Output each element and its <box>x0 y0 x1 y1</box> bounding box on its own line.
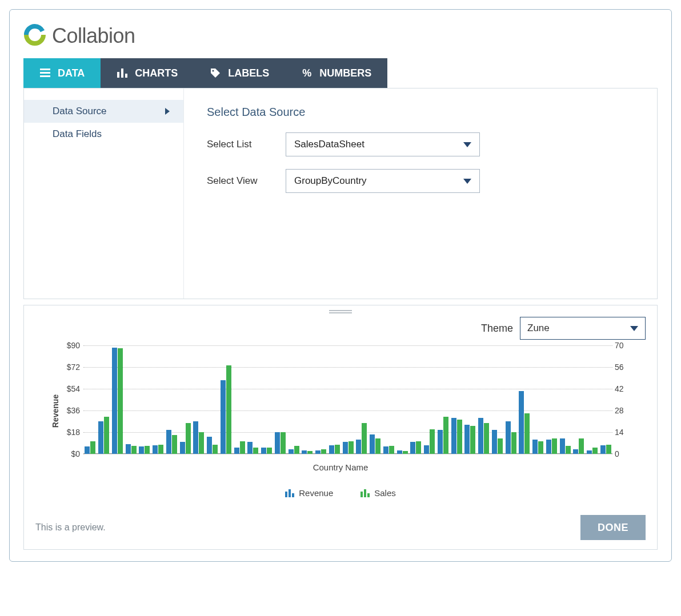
bar-sales <box>375 438 380 454</box>
legend-swatch-icon <box>360 489 370 497</box>
tab-label: DATA <box>58 67 85 79</box>
chart-bar-group <box>368 345 382 454</box>
tab-numbers[interactable]: % NUMBERS <box>285 58 387 88</box>
bar-sales <box>430 429 435 454</box>
sidebar-item-label: Data Fields <box>53 128 102 140</box>
y-tick-right: 0 <box>615 449 638 458</box>
select-view-value: GroupByCountry <box>294 175 367 187</box>
bar-revenue <box>207 437 212 454</box>
legend-label: Sales <box>374 488 396 498</box>
chart-bar-group <box>409 345 423 454</box>
tab-charts[interactable]: CHARTS <box>101 58 194 88</box>
done-button[interactable]: DONE <box>580 515 646 540</box>
bar-sales <box>389 446 394 454</box>
bar-sales <box>443 417 448 454</box>
chart-bar-group <box>138 345 151 454</box>
chart-bar-group <box>165 345 179 454</box>
legend-label: Revenue <box>299 488 333 498</box>
svg-rect-4 <box>40 75 50 77</box>
bar-revenue <box>560 438 565 454</box>
chart-bar-group <box>477 345 491 454</box>
bar-revenue <box>438 430 443 454</box>
bar-sales <box>307 451 313 454</box>
brand-logo-icon <box>23 23 46 48</box>
bar-sales <box>90 441 95 454</box>
bar-sales <box>240 441 245 454</box>
bar-revenue <box>478 418 483 454</box>
bar-revenue <box>410 442 415 454</box>
bar-revenue <box>112 348 117 454</box>
tab-labels[interactable]: LABELS <box>194 58 285 88</box>
tag-icon <box>210 67 221 79</box>
chart-legend: Revenue Sales <box>35 488 646 498</box>
bar-sales <box>511 432 516 454</box>
bar-revenue <box>153 445 158 454</box>
bar-revenue <box>424 445 429 454</box>
y-tick-right: 28 <box>615 406 638 415</box>
chart-plot-area: $00$1814$3628$5442$7256$9070 <box>83 345 612 454</box>
y-tick-left: $90 <box>51 341 80 350</box>
bar-sales <box>416 441 421 454</box>
select-view-dropdown[interactable]: GroupByCountry <box>286 169 480 193</box>
y-tick-right: 70 <box>615 341 638 350</box>
bar-sales <box>267 448 272 454</box>
theme-label: Theme <box>481 323 513 335</box>
bar-sales <box>131 446 137 454</box>
select-list-value: SalesDataSheet <box>294 139 364 150</box>
bar-revenue <box>166 430 171 454</box>
bar-revenue <box>587 450 592 454</box>
bar-sales <box>172 435 177 454</box>
svg-point-8 <box>213 70 214 71</box>
bar-sales <box>199 432 204 454</box>
bar-sales <box>348 441 354 454</box>
bar-sales <box>579 438 584 454</box>
y-tick-left: $54 <box>51 384 80 393</box>
bar-sales <box>226 365 231 454</box>
bar-sales <box>552 438 557 454</box>
y-tick-left: $0 <box>51 449 80 458</box>
brand: Collabion <box>23 23 658 48</box>
svg-rect-2 <box>40 69 50 70</box>
chart-bar-group <box>328 345 342 454</box>
select-list-dropdown[interactable]: SalesDataSheet <box>286 132 480 156</box>
bar-sales <box>566 446 571 454</box>
theme-row: Theme Zune <box>35 317 646 340</box>
chart-bar-group <box>83 345 97 454</box>
bar-revenue <box>126 444 131 454</box>
chart-bar-group <box>572 345 586 454</box>
tab-data[interactable]: DATA <box>23 58 101 88</box>
theme-dropdown[interactable]: Zune <box>520 317 646 340</box>
bar-sales <box>538 441 543 454</box>
bar-sales <box>335 445 340 454</box>
sidebar-item-data-fields[interactable]: Data Fields <box>24 123 183 146</box>
menu-icon <box>39 67 51 79</box>
tab-label: NUMBERS <box>319 67 371 79</box>
percent-icon: % <box>301 67 313 79</box>
bar-revenue <box>98 421 103 454</box>
chart-bar-group <box>260 345 274 454</box>
chart-bar-group <box>382 345 396 454</box>
tab-label: LABELS <box>228 67 269 79</box>
chart-bar-group <box>151 345 165 454</box>
sidebar: Data Source Data Fields <box>24 88 184 299</box>
y-tick-left: $18 <box>51 428 80 437</box>
preview-note: This is a preview. <box>35 522 106 533</box>
bar-sales <box>403 451 408 454</box>
y-tick-left: $72 <box>51 363 80 372</box>
resize-grip-icon[interactable] <box>329 310 352 313</box>
chart-bar-group <box>206 345 219 454</box>
svg-rect-6 <box>121 69 123 78</box>
select-list-row: Select List SalesDataSheet <box>207 132 634 156</box>
section-title: Select Data Source <box>207 106 634 119</box>
bar-revenue <box>343 442 348 454</box>
x-axis-label: Country Name <box>41 462 640 472</box>
chart-bar-group <box>314 345 328 454</box>
bar-revenue <box>302 450 307 454</box>
chart-bar-group <box>301 345 314 454</box>
sidebar-item-data-source[interactable]: Data Source <box>24 100 183 123</box>
tab-label: CHARTS <box>135 67 178 79</box>
bar-revenue <box>139 446 144 454</box>
brand-name: Collabion <box>52 24 135 48</box>
chevron-down-icon <box>463 179 471 184</box>
bar-sales <box>281 432 286 454</box>
